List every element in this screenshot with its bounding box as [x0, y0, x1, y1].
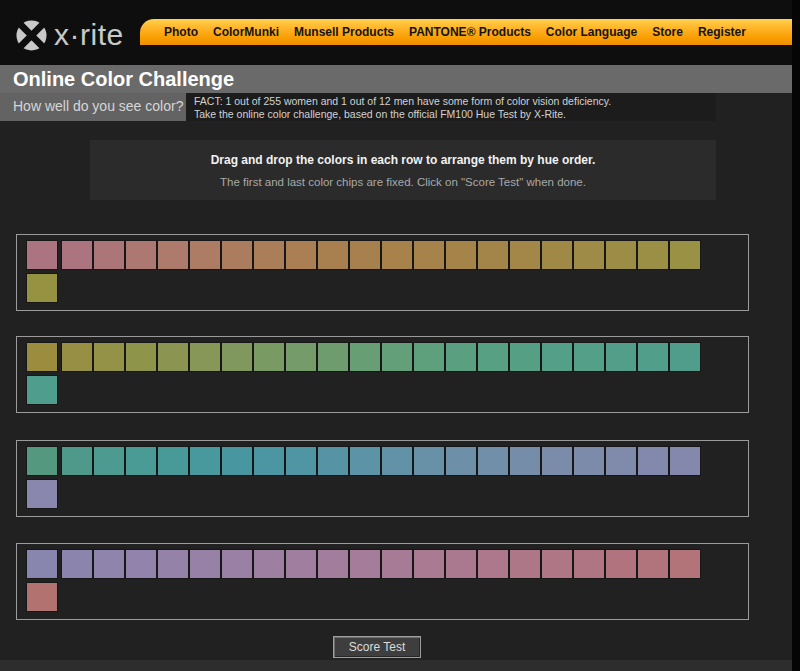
- color-chip[interactable]: [221, 342, 253, 372]
- color-chip[interactable]: [93, 549, 125, 579]
- color-chip[interactable]: [605, 446, 637, 476]
- color-chip[interactable]: [413, 342, 445, 372]
- color-chip[interactable]: [573, 342, 605, 372]
- color-chip[interactable]: [125, 549, 157, 579]
- color-chip[interactable]: [349, 342, 381, 372]
- color-chip[interactable]: [637, 446, 669, 476]
- color-chip[interactable]: [189, 549, 221, 579]
- color-chip[interactable]: [541, 446, 573, 476]
- color-chip[interactable]: [253, 342, 285, 372]
- color-chip[interactable]: [317, 240, 349, 270]
- color-chip[interactable]: [445, 446, 477, 476]
- color-chip[interactable]: [61, 342, 93, 372]
- color-chip[interactable]: [605, 342, 637, 372]
- color-chip[interactable]: [189, 240, 221, 270]
- color-chip[interactable]: [541, 549, 573, 579]
- chip-line: [26, 273, 748, 303]
- color-row-1: [16, 234, 749, 311]
- color-chip[interactable]: [317, 342, 349, 372]
- nav-item-pantone-products[interactable]: PANTONE® Products: [409, 25, 531, 39]
- color-chip[interactable]: [189, 446, 221, 476]
- color-chip[interactable]: [61, 549, 93, 579]
- color-chip[interactable]: [669, 240, 701, 270]
- color-chip[interactable]: [477, 342, 509, 372]
- color-chip[interactable]: [477, 549, 509, 579]
- color-chip[interactable]: [509, 342, 541, 372]
- color-chip[interactable]: [445, 342, 477, 372]
- page-title: Online Color Challenge: [0, 65, 792, 93]
- color-chip[interactable]: [381, 342, 413, 372]
- color-chip[interactable]: [669, 342, 701, 372]
- color-chip[interactable]: [285, 549, 317, 579]
- color-chip[interactable]: [349, 240, 381, 270]
- color-chip[interactable]: [61, 240, 93, 270]
- color-chip[interactable]: [541, 342, 573, 372]
- color-chip[interactable]: [189, 342, 221, 372]
- page-subtitle: How well do you see color?: [0, 93, 186, 121]
- color-chip[interactable]: [381, 240, 413, 270]
- color-chip[interactable]: [221, 446, 253, 476]
- color-chip[interactable]: [157, 240, 189, 270]
- score-test-button[interactable]: Score Test: [333, 636, 421, 658]
- color-chip[interactable]: [253, 240, 285, 270]
- nav-item-store[interactable]: Store: [652, 25, 683, 39]
- color-chip[interactable]: [573, 240, 605, 270]
- color-chip[interactable]: [93, 342, 125, 372]
- color-chip[interactable]: [125, 342, 157, 372]
- nav-item-color-language[interactable]: Color Language: [546, 25, 637, 39]
- color-chip[interactable]: [93, 446, 125, 476]
- color-chip[interactable]: [381, 446, 413, 476]
- color-chip[interactable]: [637, 240, 669, 270]
- color-chip[interactable]: [253, 446, 285, 476]
- color-chip[interactable]: [349, 549, 381, 579]
- color-chip[interactable]: [669, 446, 701, 476]
- color-chip[interactable]: [285, 240, 317, 270]
- nav-item-photo[interactable]: Photo: [164, 25, 198, 39]
- color-chip[interactable]: [509, 240, 541, 270]
- color-chip[interactable]: [445, 240, 477, 270]
- color-chip[interactable]: [285, 342, 317, 372]
- color-chip[interactable]: [573, 446, 605, 476]
- color-chip[interactable]: [573, 549, 605, 579]
- xrite-logo-icon: [16, 20, 47, 51]
- color-chip[interactable]: [157, 446, 189, 476]
- color-chip[interactable]: [637, 342, 669, 372]
- nav-item-register[interactable]: Register: [698, 25, 746, 39]
- color-chip[interactable]: [605, 549, 637, 579]
- color-chip[interactable]: [413, 240, 445, 270]
- color-chip[interactable]: [253, 549, 285, 579]
- color-chip[interactable]: [93, 240, 125, 270]
- nav-item-colormunki[interactable]: ColorMunki: [213, 25, 279, 39]
- xrite-logo[interactable]: x·rite: [16, 19, 124, 51]
- color-chip[interactable]: [445, 549, 477, 579]
- color-chip[interactable]: [285, 446, 317, 476]
- color-chip[interactable]: [413, 549, 445, 579]
- fact-line-2: Take the online color challenge, based o…: [194, 108, 716, 121]
- color-chip[interactable]: [349, 446, 381, 476]
- color-chip[interactable]: [541, 240, 573, 270]
- color-chip[interactable]: [61, 446, 93, 476]
- color-chip[interactable]: [221, 240, 253, 270]
- color-chip[interactable]: [637, 549, 669, 579]
- color-chip[interactable]: [509, 446, 541, 476]
- color-chip[interactable]: [317, 446, 349, 476]
- color-chip[interactable]: [509, 549, 541, 579]
- chip-line: [26, 446, 748, 476]
- color-chip[interactable]: [157, 549, 189, 579]
- color-chip[interactable]: [605, 240, 637, 270]
- fixed-color-chip: [26, 582, 58, 612]
- color-chip[interactable]: [477, 446, 509, 476]
- color-chip[interactable]: [125, 240, 157, 270]
- color-chip[interactable]: [477, 240, 509, 270]
- fixed-color-chip: [26, 240, 58, 270]
- color-chip[interactable]: [669, 549, 701, 579]
- color-chip[interactable]: [381, 549, 413, 579]
- color-chip[interactable]: [317, 549, 349, 579]
- color-chip[interactable]: [413, 446, 445, 476]
- color-row-2: [16, 336, 749, 413]
- nav-item-munsell-products[interactable]: Munsell Products: [294, 25, 394, 39]
- color-chip[interactable]: [157, 342, 189, 372]
- fixed-color-chip: [26, 446, 58, 476]
- color-chip[interactable]: [221, 549, 253, 579]
- color-chip[interactable]: [125, 446, 157, 476]
